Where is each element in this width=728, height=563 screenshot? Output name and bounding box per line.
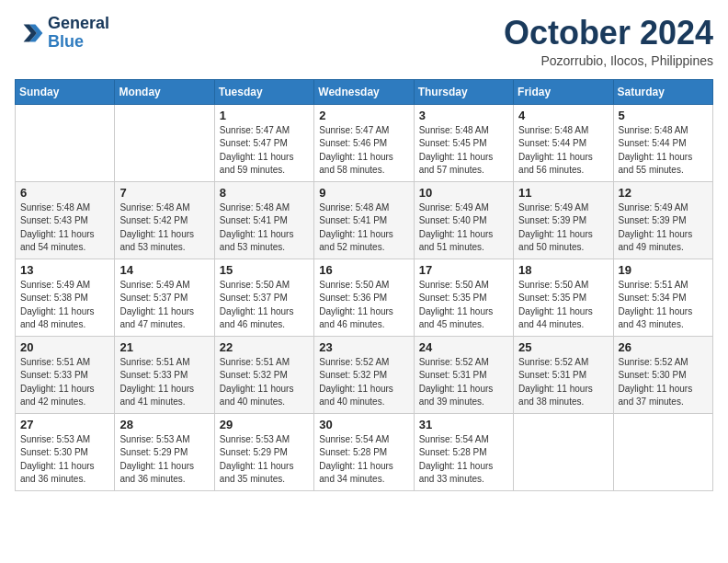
calendar-cell: 27Sunrise: 5:53 AMSunset: 5:30 PMDayligh… xyxy=(16,413,115,490)
day-info: Sunrise: 5:47 AMSunset: 5:46 PMDaylight:… xyxy=(319,124,408,178)
day-number: 11 xyxy=(518,186,608,200)
calendar-cell: 24Sunrise: 5:52 AMSunset: 5:31 PMDayligh… xyxy=(414,336,513,413)
day-info: Sunrise: 5:50 AMSunset: 5:37 PMDaylight:… xyxy=(220,279,309,332)
day-number: 15 xyxy=(220,263,309,277)
day-info: Sunrise: 5:52 AMSunset: 5:32 PMDaylight:… xyxy=(319,356,408,409)
day-number: 1 xyxy=(220,109,309,122)
day-number: 24 xyxy=(419,340,508,354)
calendar-week-row: 20Sunrise: 5:51 AMSunset: 5:33 PMDayligh… xyxy=(16,336,713,413)
calendar-week-row: 13Sunrise: 5:49 AMSunset: 5:38 PMDayligh… xyxy=(16,259,713,336)
day-number: 5 xyxy=(619,109,708,122)
day-number: 26 xyxy=(619,340,708,354)
weekday-header: Saturday xyxy=(613,79,712,104)
calendar-cell: 12Sunrise: 5:49 AMSunset: 5:39 PMDayligh… xyxy=(613,181,712,259)
day-number: 31 xyxy=(419,418,508,431)
day-number: 2 xyxy=(319,109,408,122)
day-info: Sunrise: 5:48 AMSunset: 5:42 PMDaylight:… xyxy=(119,201,209,255)
weekday-header: Friday xyxy=(514,79,613,104)
day-info: Sunrise: 5:54 AMSunset: 5:28 PMDaylight:… xyxy=(419,433,508,487)
day-info: Sunrise: 5:48 AMSunset: 5:44 PMDaylight:… xyxy=(518,124,608,178)
calendar-cell: 3Sunrise: 5:48 AMSunset: 5:45 PMDaylight… xyxy=(414,104,513,181)
calendar-cell: 19Sunrise: 5:51 AMSunset: 5:34 PMDayligh… xyxy=(613,259,712,336)
weekday-header: Tuesday xyxy=(214,79,313,104)
calendar-cell: 30Sunrise: 5:54 AMSunset: 5:28 PMDayligh… xyxy=(314,413,414,490)
calendar-cell: 17Sunrise: 5:50 AMSunset: 5:35 PMDayligh… xyxy=(414,259,513,336)
month-title: October 2024 xyxy=(504,15,713,52)
logo: General Blue xyxy=(15,15,109,52)
calendar-cell: 20Sunrise: 5:51 AMSunset: 5:33 PMDayligh… xyxy=(16,336,115,413)
calendar-cell: 25Sunrise: 5:52 AMSunset: 5:31 PMDayligh… xyxy=(514,336,613,413)
calendar-cell xyxy=(613,413,712,490)
day-info: Sunrise: 5:53 AMSunset: 5:29 PMDaylight:… xyxy=(220,433,309,487)
day-number: 12 xyxy=(619,186,708,200)
day-number: 14 xyxy=(119,263,209,277)
day-info: Sunrise: 5:53 AMSunset: 5:30 PMDaylight:… xyxy=(20,433,109,487)
day-info: Sunrise: 5:49 AMSunset: 5:38 PMDaylight:… xyxy=(20,279,109,332)
day-info: Sunrise: 5:51 AMSunset: 5:33 PMDaylight:… xyxy=(20,356,109,409)
day-number: 4 xyxy=(518,109,608,122)
day-info: Sunrise: 5:51 AMSunset: 5:34 PMDaylight:… xyxy=(619,279,708,332)
calendar-week-row: 6Sunrise: 5:48 AMSunset: 5:43 PMDaylight… xyxy=(16,181,713,259)
day-number: 21 xyxy=(119,340,209,354)
calendar-cell: 23Sunrise: 5:52 AMSunset: 5:32 PMDayligh… xyxy=(314,336,414,413)
day-number: 18 xyxy=(518,263,608,277)
calendar-cell xyxy=(514,413,613,490)
location: Pozorrubio, Ilocos, Philippines xyxy=(504,53,713,68)
calendar-cell: 1Sunrise: 5:47 AMSunset: 5:47 PMDaylight… xyxy=(214,104,313,181)
day-info: Sunrise: 5:50 AMSunset: 5:35 PMDaylight:… xyxy=(518,279,608,332)
day-number: 22 xyxy=(220,340,309,354)
day-info: Sunrise: 5:47 AMSunset: 5:47 PMDaylight:… xyxy=(220,124,309,178)
day-number: 30 xyxy=(319,418,408,431)
weekday-header: Thursday xyxy=(414,79,513,104)
day-number: 28 xyxy=(119,418,209,431)
calendar-cell: 14Sunrise: 5:49 AMSunset: 5:37 PMDayligh… xyxy=(115,259,214,336)
calendar-cell: 16Sunrise: 5:50 AMSunset: 5:36 PMDayligh… xyxy=(314,259,414,336)
day-info: Sunrise: 5:49 AMSunset: 5:37 PMDaylight:… xyxy=(119,279,209,332)
day-info: Sunrise: 5:49 AMSunset: 5:39 PMDaylight:… xyxy=(619,201,708,255)
day-info: Sunrise: 5:52 AMSunset: 5:31 PMDaylight:… xyxy=(419,356,508,409)
calendar-cell: 6Sunrise: 5:48 AMSunset: 5:43 PMDaylight… xyxy=(16,181,115,259)
day-info: Sunrise: 5:50 AMSunset: 5:36 PMDaylight:… xyxy=(319,279,408,332)
day-number: 9 xyxy=(319,186,408,200)
day-number: 20 xyxy=(20,340,109,354)
day-info: Sunrise: 5:50 AMSunset: 5:35 PMDaylight:… xyxy=(419,279,508,332)
weekday-header: Monday xyxy=(115,79,214,104)
calendar-header: SundayMondayTuesdayWednesdayThursdayFrid… xyxy=(16,79,713,104)
calendar-cell: 10Sunrise: 5:49 AMSunset: 5:40 PMDayligh… xyxy=(414,181,513,259)
calendar-cell: 9Sunrise: 5:48 AMSunset: 5:41 PMDaylight… xyxy=(314,181,414,259)
calendar-week-row: 1Sunrise: 5:47 AMSunset: 5:47 PMDaylight… xyxy=(16,104,713,181)
day-info: Sunrise: 5:48 AMSunset: 5:43 PMDaylight:… xyxy=(20,201,109,255)
calendar-cell: 22Sunrise: 5:51 AMSunset: 5:32 PMDayligh… xyxy=(214,336,313,413)
logo-text: General Blue xyxy=(48,15,109,52)
day-number: 29 xyxy=(220,418,309,431)
day-number: 19 xyxy=(619,263,708,277)
day-info: Sunrise: 5:48 AMSunset: 5:41 PMDaylight:… xyxy=(220,201,309,255)
day-number: 16 xyxy=(319,263,408,277)
day-number: 3 xyxy=(419,109,508,122)
day-info: Sunrise: 5:48 AMSunset: 5:41 PMDaylight:… xyxy=(319,201,408,255)
calendar-cell: 29Sunrise: 5:53 AMSunset: 5:29 PMDayligh… xyxy=(214,413,313,490)
calendar: SundayMondayTuesdayWednesdayThursdayFrid… xyxy=(15,79,713,491)
day-info: Sunrise: 5:49 AMSunset: 5:40 PMDaylight:… xyxy=(419,201,508,255)
day-number: 13 xyxy=(20,263,109,277)
calendar-cell: 26Sunrise: 5:52 AMSunset: 5:30 PMDayligh… xyxy=(613,336,712,413)
calendar-cell: 4Sunrise: 5:48 AMSunset: 5:44 PMDaylight… xyxy=(514,104,613,181)
calendar-cell: 31Sunrise: 5:54 AMSunset: 5:28 PMDayligh… xyxy=(414,413,513,490)
calendar-cell: 13Sunrise: 5:49 AMSunset: 5:38 PMDayligh… xyxy=(16,259,115,336)
calendar-cell: 7Sunrise: 5:48 AMSunset: 5:42 PMDaylight… xyxy=(115,181,214,259)
calendar-cell xyxy=(115,104,214,181)
day-info: Sunrise: 5:54 AMSunset: 5:28 PMDaylight:… xyxy=(319,433,408,487)
day-info: Sunrise: 5:52 AMSunset: 5:30 PMDaylight:… xyxy=(619,356,708,409)
day-number: 6 xyxy=(20,186,109,200)
calendar-cell: 11Sunrise: 5:49 AMSunset: 5:39 PMDayligh… xyxy=(514,181,613,259)
calendar-week-row: 27Sunrise: 5:53 AMSunset: 5:30 PMDayligh… xyxy=(16,413,713,490)
weekday-header-row: SundayMondayTuesdayWednesdayThursdayFrid… xyxy=(16,79,713,104)
calendar-cell: 28Sunrise: 5:53 AMSunset: 5:29 PMDayligh… xyxy=(115,413,214,490)
day-info: Sunrise: 5:52 AMSunset: 5:31 PMDaylight:… xyxy=(518,356,608,409)
calendar-cell: 18Sunrise: 5:50 AMSunset: 5:35 PMDayligh… xyxy=(514,259,613,336)
day-info: Sunrise: 5:51 AMSunset: 5:32 PMDaylight:… xyxy=(220,356,309,409)
calendar-cell: 5Sunrise: 5:48 AMSunset: 5:44 PMDaylight… xyxy=(613,104,712,181)
day-number: 17 xyxy=(419,263,508,277)
calendar-cell: 21Sunrise: 5:51 AMSunset: 5:33 PMDayligh… xyxy=(115,336,214,413)
day-number: 23 xyxy=(319,340,408,354)
